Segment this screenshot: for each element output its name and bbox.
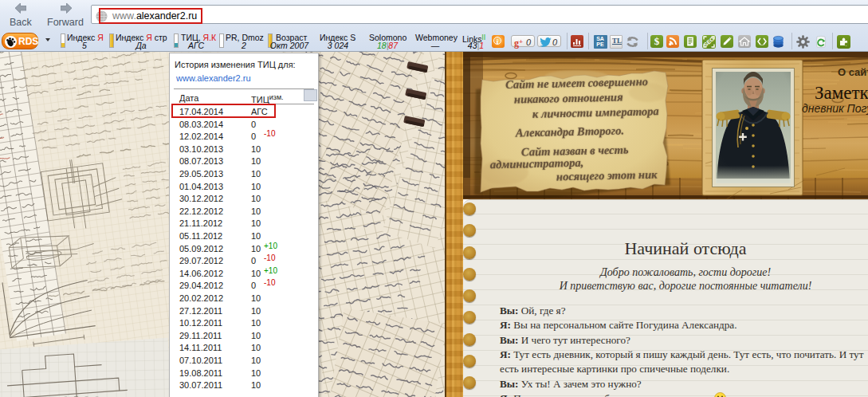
svg-text:SEO: SEO [702, 36, 715, 48]
